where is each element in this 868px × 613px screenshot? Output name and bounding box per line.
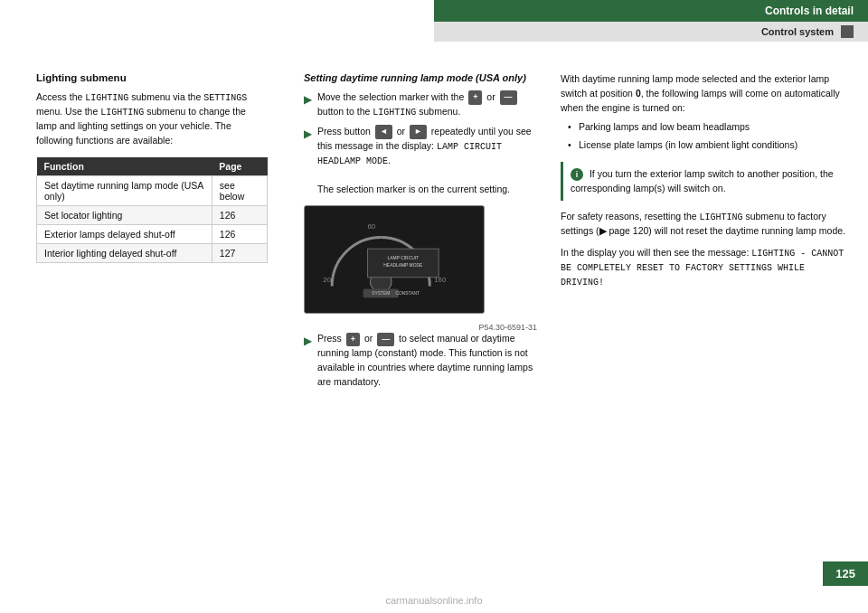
table-row: Interior lighting delayed shut-off127 (37, 243, 268, 262)
table-cell-page: 127 (212, 243, 267, 262)
display-text: In the display you will then see the mes… (561, 246, 850, 289)
controls-in-detail-label: Controls in detail (765, 5, 854, 17)
mid-bullet-3-text: Press + or — to select manual or daytime… (317, 332, 537, 389)
svg-text:SYSTEM: SYSTEM (372, 292, 390, 297)
lighting-mono-2: LIGHTING (100, 108, 144, 118)
plus-btn-1: + (468, 90, 482, 105)
table-cell-page: 126 (212, 224, 267, 243)
dashboard-image: 20 60 140 160 LAMP CIRCUIT HEADLAMP MODE… (304, 205, 485, 314)
mid-bullet-1-text: Move the selection marker with the + or … (317, 90, 537, 119)
svg-text:CONSTANT: CONSTANT (395, 292, 420, 297)
mid-bullet-1: ▶ Move the selection marker with the + o… (304, 90, 537, 119)
left-section-title: Lighting submenu (36, 72, 268, 83)
svg-text:60: 60 (368, 222, 376, 231)
dashboard-svg: 20 60 140 160 LAMP CIRCUIT HEADLAMP MODE… (305, 206, 484, 313)
table-row: Set locator lighting126 (37, 205, 268, 224)
lighting-mono-4: LIGHTING (700, 212, 743, 222)
page-number: 125 (823, 561, 868, 586)
minus-btn-1: — (500, 90, 517, 105)
middle-column: Setting daytime running lamp mode (USA o… (289, 54, 552, 568)
minus-btn-2: — (377, 333, 394, 347)
mid-bullet-2: ▶ Press button ◄ or ► repeatedly until y… (304, 125, 537, 196)
control-system-label: Control system (761, 26, 834, 37)
right-list-item-2: License plate lamps (in low ambient ligh… (568, 138, 850, 153)
control-system-bar: Control system (434, 22, 868, 42)
svg-text:HEADLAMP MODE: HEADLAMP MODE (383, 263, 423, 268)
settings-mono: SETTINGS (203, 93, 247, 103)
table-cell-page: 126 (212, 205, 267, 224)
watermark: carmanualsonline.info (385, 595, 482, 606)
lighting-mono-3: LIGHTING (373, 108, 416, 118)
lighting-mono-1: LIGHTING (85, 93, 128, 103)
table-row: Exterior lamps delayed shut-off126 (37, 224, 268, 243)
info-icon: i (571, 168, 583, 181)
controls-in-detail-bar: Controls in detail (434, 0, 868, 22)
left-column: Lighting submenu Access the LIGHTING sub… (0, 54, 289, 568)
mid-bullet-2-text: Press button ◄ or ► repeatedly until you… (317, 125, 537, 196)
info-box: i If you turn the exterior lamp switch t… (561, 162, 850, 202)
mid-bullet-3: ▶ Press + or — to select manual or dayti… (304, 332, 537, 389)
left-intro-text: Access the LIGHTING submenu via the SETT… (36, 90, 268, 148)
control-system-block-icon (841, 25, 854, 38)
right-btn: ► (410, 125, 427, 139)
main-content: Lighting submenu Access the LIGHTING sub… (0, 54, 868, 568)
svg-text:20: 20 (323, 276, 331, 284)
position-bold: 0 (636, 88, 641, 99)
table-header-function: Function (37, 157, 212, 176)
right-column: With daytime running lamp mode selected … (552, 54, 868, 568)
safety-text: For safety reasons, resetting the LIGHTI… (561, 210, 850, 239)
left-btn: ◄ (375, 125, 392, 139)
functions-table: Function Page Set daytime running lamp m… (36, 157, 268, 263)
table-cell-function: Set locator lighting (37, 205, 212, 224)
bullet-arrow-3: ▶ (304, 333, 312, 349)
lamp-circuit-mono: LAMP CIRCUIT HEADLAMP MODE (317, 142, 502, 166)
bullet-arrow-2: ▶ (304, 126, 312, 142)
table-header-page: Page (212, 157, 267, 176)
table-cell-function: Set daytime running lamp mode (USA only) (37, 175, 212, 205)
info-text: If you turn the exterior lamp switch to … (571, 168, 834, 193)
right-intro: With daytime running lamp mode selected … (561, 72, 850, 115)
header-bar: Controls in detail Control system (434, 0, 868, 42)
table-cell-page: see below (212, 175, 267, 205)
svg-text:LAMP CIRCUIT: LAMP CIRCUIT (388, 256, 420, 260)
mid-section-title: Setting daytime running lamp mode (USA o… (304, 72, 537, 83)
right-bullet-list: Parking lamps and low beam headlamps Lic… (568, 120, 850, 153)
table-row: Set daytime running lamp mode (USA only)… (37, 175, 268, 205)
bullet-arrow-1: ▶ (304, 91, 312, 108)
plus-btn-2: + (346, 333, 360, 347)
table-cell-function: Interior lighting delayed shut-off (37, 243, 212, 262)
display-mono: LIGHTING - CANNOT BE COMPLETELY RESET TO… (561, 249, 844, 288)
image-caption: P54.30-6591-31 (304, 323, 537, 332)
right-list-item-1: Parking lamps and low beam headlamps (568, 120, 850, 135)
table-cell-function: Exterior lamps delayed shut-off (37, 224, 212, 243)
